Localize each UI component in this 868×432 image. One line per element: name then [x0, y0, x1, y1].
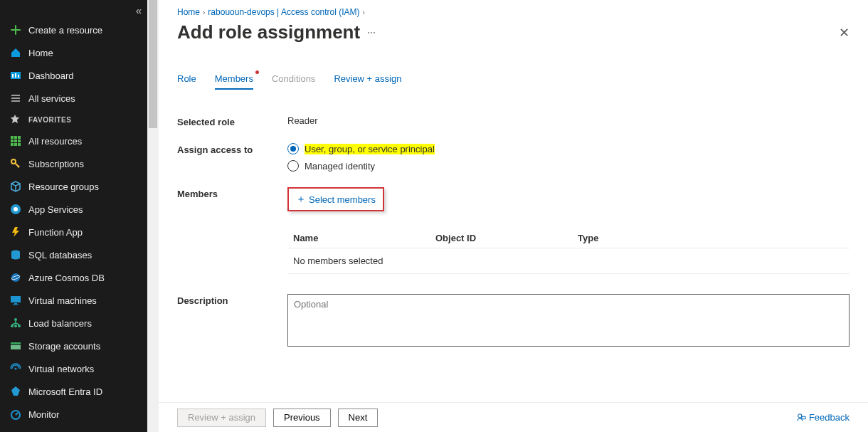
previous-button[interactable]: Previous	[273, 409, 331, 427]
description-label: Description	[177, 294, 287, 347]
svg-rect-2	[15, 73, 16, 78]
sidebar-item-label: Create a resource	[28, 25, 102, 36]
close-icon[interactable]: ✕	[839, 25, 850, 41]
sidebar-nav: « Create a resource Home Dashboard All s…	[0, 0, 147, 432]
favorites-header: FAVORITES	[0, 110, 147, 130]
next-button[interactable]: Next	[338, 409, 379, 427]
sidebar-item-label: Resource groups	[28, 181, 99, 192]
assign-access-label: Assign access to	[177, 143, 287, 155]
sidebar-scrollbar[interactable]	[147, 0, 159, 432]
tab-members[interactable]: Members	[215, 73, 253, 90]
form-area: Selected role Reader Assign access to Us…	[177, 102, 850, 347]
favorites-header-label: FAVORITES	[28, 116, 71, 124]
grid-icon	[10, 135, 21, 147]
radio-user-label: User, group, or service principal	[305, 144, 435, 154]
svg-rect-12	[18, 143, 21, 146]
storage-icon	[10, 340, 21, 352]
sidebar-item-load-balancers[interactable]: Load balancers	[0, 312, 147, 334]
svg-point-28	[15, 368, 17, 370]
sidebar-item-monitor[interactable]: Monitor	[0, 403, 147, 426]
sidebar-item-function-app[interactable]: Function App	[0, 221, 147, 243]
sidebar-item-label: Function App	[28, 227, 83, 238]
sidebar-item-cosmos-db[interactable]: Azure Cosmos DB	[0, 266, 147, 289]
svg-point-23	[11, 325, 14, 327]
feedback-label: Feedback	[809, 412, 850, 423]
sidebar-item-label: Load balancers	[28, 318, 92, 329]
feedback-link[interactable]: Feedback	[796, 412, 850, 423]
monitor-icon	[10, 409, 21, 420]
assign-access-radio-group: User, group, or service principal Manage…	[287, 143, 435, 172]
svg-rect-20	[14, 303, 17, 305]
description-input[interactable]	[287, 294, 850, 347]
sidebar-item-home[interactable]: Home	[0, 41, 147, 64]
sidebar-item-label: SQL databases	[28, 250, 92, 260]
sidebar-item-resource-groups[interactable]: Resource groups	[0, 175, 147, 198]
sidebar-item-virtual-networks[interactable]: Virtual networks	[0, 357, 147, 380]
svg-rect-8	[14, 139, 17, 142]
star-icon	[10, 114, 21, 125]
selected-role-label: Selected role	[177, 115, 287, 127]
review-assign-button: Review + assign	[177, 409, 266, 427]
svg-rect-11	[14, 143, 17, 146]
scrollbar-thumb[interactable]	[149, 0, 157, 128]
plus-icon	[10, 24, 21, 36]
sidebar-item-label: Monitor	[28, 409, 59, 420]
svg-rect-7	[11, 139, 14, 142]
col-name-header: Name	[293, 233, 435, 243]
feedback-icon	[796, 413, 806, 423]
members-table-empty: No members selected	[287, 248, 850, 274]
svg-rect-6	[18, 136, 21, 139]
sidebar-item-entra-id[interactable]: Microsoft Entra ID	[0, 380, 147, 403]
tab-members-label: Members	[215, 73, 253, 84]
radio-managed-identity[interactable]: Managed identity	[287, 160, 435, 172]
radio-managed-label: Managed identity	[305, 161, 375, 172]
tab-role[interactable]: Role	[177, 73, 196, 90]
svg-point-24	[14, 325, 17, 327]
sidebar-item-label: All resources	[28, 136, 82, 147]
radio-unchecked-icon	[287, 160, 299, 172]
members-label: Members	[177, 187, 287, 199]
sidebar-item-storage-accounts[interactable]: Storage accounts	[0, 334, 147, 357]
vnet-icon	[10, 363, 21, 374]
collapse-sidebar-icon[interactable]: «	[136, 4, 142, 16]
sidebar-item-dashboard[interactable]: Dashboard	[0, 64, 147, 87]
svg-point-15	[14, 207, 18, 211]
col-objectid-header: Object ID	[435, 233, 578, 243]
members-table: Name Object ID Type No members selected	[287, 228, 850, 274]
breadcrumb: Home › rabououn-devops | Access control …	[177, 7, 850, 17]
sidebar-item-virtual-machines[interactable]: Virtual machines	[0, 289, 147, 312]
svg-point-25	[18, 325, 21, 327]
sidebar-item-create-resource[interactable]: Create a resource	[0, 19, 147, 41]
breadcrumb-item[interactable]: rabououn-devops | Access control (IAM)	[208, 7, 359, 17]
svg-point-30	[798, 413, 802, 417]
sidebar-item-all-services[interactable]: All services	[0, 87, 147, 110]
key-icon	[10, 158, 21, 169]
radio-checked-icon	[287, 143, 299, 154]
svg-rect-3	[18, 75, 19, 78]
function-icon	[10, 226, 21, 238]
sidebar-item-label: Home	[28, 48, 53, 58]
footer: Review + assign Previous Next Feedback	[159, 402, 868, 432]
sidebar-item-label: Subscriptions	[28, 159, 84, 169]
col-type-header: Type	[578, 233, 844, 243]
breadcrumb-home[interactable]: Home	[177, 7, 200, 17]
load-balancer-icon	[10, 317, 21, 329]
sidebar-item-sql-databases[interactable]: SQL databases	[0, 243, 147, 266]
sidebar-item-subscriptions[interactable]: Subscriptions	[0, 152, 147, 175]
sidebar-item-all-resources[interactable]: All resources	[0, 130, 147, 152]
svg-rect-27	[11, 345, 21, 349]
tab-review-assign[interactable]: Review + assign	[334, 73, 401, 90]
sql-icon	[10, 249, 21, 260]
select-members-link[interactable]: ＋ Select members	[296, 193, 376, 206]
sidebar-item-label: Dashboard	[28, 70, 74, 81]
entra-icon	[10, 386, 21, 397]
svg-rect-19	[11, 296, 21, 302]
vm-icon	[10, 295, 21, 306]
more-icon[interactable]: ⋯	[367, 28, 376, 38]
tabs: Role Members Conditions Review + assign	[177, 73, 850, 90]
sidebar-item-app-services[interactable]: App Services	[0, 198, 147, 221]
radio-user-group-sp[interactable]: User, group, or service principal	[287, 143, 435, 154]
select-members-label: Select members	[309, 194, 376, 205]
svg-rect-5	[14, 136, 17, 139]
svg-rect-21	[13, 305, 18, 305]
